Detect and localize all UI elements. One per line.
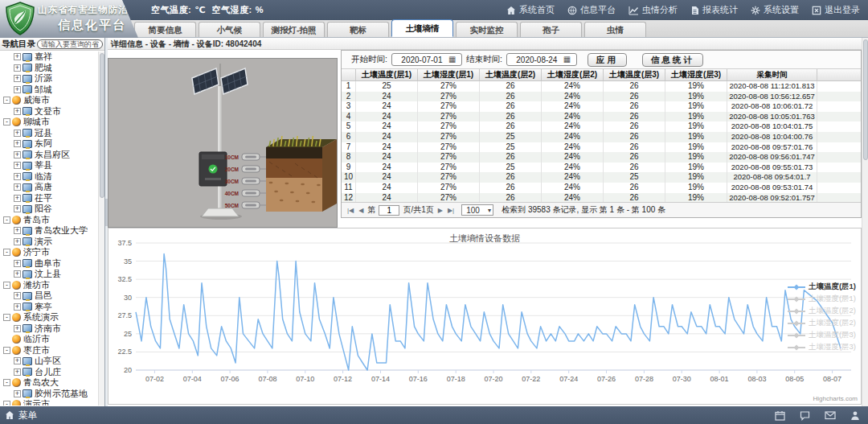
table-row[interactable]: 92427%2524%2619%2020-08-08 09:55:01.73 xyxy=(342,163,861,173)
info-stats-button[interactable]: 信息统计 xyxy=(642,53,703,67)
nav-系统设置[interactable]: 系统设置 xyxy=(751,4,799,16)
tree-item-系统演示[interactable]: -系统演示 xyxy=(0,312,98,323)
table-row[interactable]: 62427%2524%2619%2020-08-08 10:04:00.76 xyxy=(342,132,861,142)
expand-icon[interactable]: + xyxy=(14,173,21,180)
tab-实时监控[interactable]: 实时监控 xyxy=(456,22,518,37)
legend-item-土壤温度(层2)[interactable]: 土壤温度(层2) xyxy=(788,306,856,316)
collapse-icon[interactable]: - xyxy=(3,347,10,354)
col-header[interactable]: 土壤温度(层2) xyxy=(480,69,542,80)
col-header[interactable]: 土壤湿度(层2) xyxy=(542,69,604,80)
tree-item-临清[interactable]: +临清 xyxy=(0,171,98,183)
tab-孢子[interactable]: 孢子 xyxy=(520,22,582,37)
table-row[interactable]: 12527%2624%2619%2020-08-08 11:12:01.813 xyxy=(342,81,861,92)
nav-报表统计[interactable]: 报表统计 xyxy=(690,4,738,16)
tree-item-青岛农业大学[interactable]: +青岛农业大学 xyxy=(0,225,98,237)
tree-item-汶上县[interactable]: +汶上县 xyxy=(0,269,98,280)
tree-item-茌平[interactable]: +茌平 xyxy=(0,193,98,204)
next-page-icon[interactable]: ▶ xyxy=(437,207,444,214)
tab-简要信息[interactable]: 简要信息 xyxy=(134,22,196,37)
expand-icon[interactable]: + xyxy=(14,75,21,82)
legend-item-土壤温度(层3)[interactable]: 土壤温度(层3) xyxy=(788,330,856,340)
tab-土壤墒情[interactable]: 土壤墒情 xyxy=(391,19,453,37)
table-row[interactable]: 102427%2624%2519%2020-08-08 09:54:01.7 xyxy=(342,172,861,183)
tab-靶标[interactable]: 靶标 xyxy=(327,22,389,37)
first-page-icon[interactable]: |◀ xyxy=(346,207,354,214)
tree-item-济宁市[interactable]: -济宁市 xyxy=(0,247,98,258)
calendar-icon[interactable] xyxy=(775,410,785,421)
tree-item-演示[interactable]: +演示 xyxy=(0,237,98,248)
table-row[interactable]: 22427%2624%2619%2020-08-08 10:56:12.657 xyxy=(342,92,861,102)
expand-icon[interactable]: + xyxy=(14,140,21,147)
collapse-icon[interactable]: - xyxy=(3,379,10,386)
expand-icon[interactable]: + xyxy=(14,238,21,245)
collapse-icon[interactable]: - xyxy=(3,282,10,289)
expand-icon[interactable]: + xyxy=(14,108,21,115)
expand-icon[interactable]: + xyxy=(14,292,21,299)
tree-item-莘县[interactable]: +莘县 xyxy=(0,160,98,171)
legend-item-土壤湿度(层1)[interactable]: 土壤湿度(层1) xyxy=(788,294,856,304)
expand-icon[interactable]: + xyxy=(14,195,21,202)
menu-button[interactable]: 菜单 xyxy=(0,410,37,422)
tree-item-嘉祥[interactable]: +嘉祥 xyxy=(0,51,98,63)
collapse-icon[interactable]: - xyxy=(3,118,10,126)
tree-item-潍坊市[interactable]: -潍坊市 xyxy=(0,280,98,291)
collapse-icon[interactable]: - xyxy=(3,249,10,256)
tree-item-文登市[interactable]: +文登市 xyxy=(0,106,98,117)
user-icon[interactable] xyxy=(850,410,860,421)
table-row[interactable]: 32427%2624%2619%2020-08-08 10:06:01.72 xyxy=(342,101,861,112)
col-header[interactable]: 采集时间 xyxy=(727,69,817,80)
tree-item-冠县[interactable]: +冠县 xyxy=(0,128,98,139)
tree-item-寒亭[interactable]: +寒亭 xyxy=(0,302,98,313)
start-date-input[interactable] xyxy=(395,56,448,64)
expand-icon[interactable]: + xyxy=(14,270,21,278)
nav-退出登录[interactable]: 退出登录 xyxy=(812,4,860,16)
table-row[interactable]: 82427%2624%2619%2020-08-08 09:56:01.747 xyxy=(342,152,861,163)
tree-item-青岛农大[interactable]: -青岛农大 xyxy=(0,377,98,389)
end-date-input[interactable] xyxy=(510,56,563,64)
tree-item-台儿庄[interactable]: +台儿庄 xyxy=(0,367,98,378)
region-search-input[interactable] xyxy=(37,39,103,49)
prev-page-icon[interactable]: ◀ xyxy=(358,207,364,214)
tree-item-昌邑[interactable]: +昌邑 xyxy=(0,290,98,302)
tree-item-高唐[interactable]: +高唐 xyxy=(0,182,98,193)
nav-信息平台[interactable]: 信息平台 xyxy=(567,4,616,16)
legend-item-土壤温度(层1)[interactable]: 土壤温度(层1) xyxy=(788,282,856,292)
tree-item-东昌府区[interactable]: +东昌府区 xyxy=(0,150,98,161)
legend-item-土壤湿度(层2)[interactable]: 土壤湿度(层2) xyxy=(788,318,856,328)
col-header[interactable]: 土壤湿度(层3) xyxy=(665,69,727,80)
expand-icon[interactable]: + xyxy=(14,86,21,93)
tab-小气候[interactable]: 小气候 xyxy=(199,22,260,37)
sidebar-scroll-thumb[interactable] xyxy=(100,53,104,198)
table-row[interactable]: 72427%2524%2619%2020-08-08 09:57:01.76 xyxy=(342,142,861,153)
col-header[interactable]: 土壤湿度(层1) xyxy=(418,69,480,80)
calendar-picker-icon[interactable]: ▦ xyxy=(563,56,571,64)
tree-item-东阿[interactable]: +东阿 xyxy=(0,138,98,150)
expand-icon[interactable]: + xyxy=(14,227,21,234)
tree-item-邹城[interactable]: +邹城 xyxy=(0,84,98,96)
tab-虫情[interactable]: 虫情 xyxy=(584,22,646,37)
main-scroll-thumb[interactable] xyxy=(863,39,868,160)
tree-item-沂源[interactable]: +沂源 xyxy=(0,73,98,84)
col-header[interactable]: 土壤温度(层1) xyxy=(356,69,418,80)
table-row[interactable]: 42427%2624%2619%2020-08-08 10:05:01.763 xyxy=(342,112,861,122)
legend-item-土壤湿度(层3)[interactable]: 土壤湿度(层3) xyxy=(788,342,856,352)
tree-item-聊城市[interactable]: -聊城市 xyxy=(0,117,98,128)
tree-item-肥城[interactable]: +肥城 xyxy=(0,63,98,74)
expand-icon[interactable]: + xyxy=(14,390,21,397)
expand-icon[interactable]: + xyxy=(14,357,21,364)
highcharts-credit[interactable]: Highcharts.com xyxy=(813,395,858,402)
tree-item-青岛市[interactable]: -青岛市 xyxy=(0,215,98,226)
chat-icon[interactable] xyxy=(800,410,810,421)
tree-item-临沂市[interactable]: 临沂市 xyxy=(0,334,98,345)
col-header[interactable]: 土壤温度(层3) xyxy=(604,69,665,80)
mail-icon[interactable] xyxy=(825,410,836,420)
expand-icon[interactable]: + xyxy=(14,183,21,191)
collapse-icon[interactable]: - xyxy=(3,216,10,224)
expand-icon[interactable]: + xyxy=(14,130,21,137)
tree-item-济南市[interactable]: +济南市 xyxy=(0,323,98,335)
expand-icon[interactable]: + xyxy=(14,151,21,158)
tab-测报灯-拍照[interactable]: 测报灯-拍照 xyxy=(263,22,325,37)
expand-icon[interactable]: + xyxy=(14,260,21,267)
table-row[interactable]: 52427%2624%2619%2020-08-08 10:04:01.75 xyxy=(342,121,861,132)
collapse-icon[interactable]: - xyxy=(3,401,10,405)
